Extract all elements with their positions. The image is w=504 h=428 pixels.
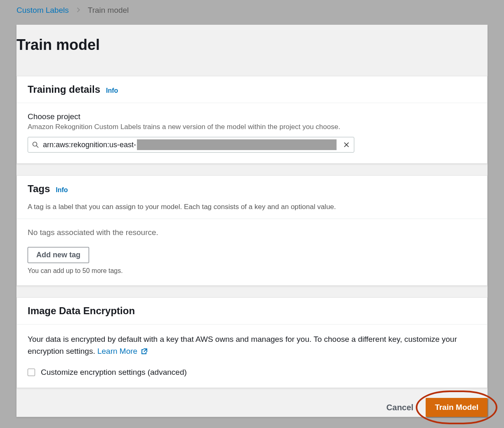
cancel-button[interactable]: Cancel [384, 399, 416, 416]
train-model-button[interactable]: Train Model [426, 398, 488, 417]
svg-line-1 [37, 146, 39, 148]
customize-encryption-row: Customize encryption settings (advanced) [28, 368, 476, 377]
search-icon [28, 141, 43, 148]
training-heading: Training details [28, 84, 100, 95]
customize-encryption-label: Customize encryption settings (advanced) [41, 368, 187, 377]
tags-heading: Tags [28, 183, 50, 195]
panel-encryption: Image Data Encryption Your data is encry… [16, 297, 488, 388]
learn-more-label: Learn More [97, 347, 137, 355]
encryption-heading: Image Data Encryption [28, 305, 135, 317]
tags-description: A tag is a label that you can assign to … [28, 203, 476, 211]
main-container: Train model Training details Info Choose… [16, 25, 488, 417]
page-root: Custom Labels Train model Train model Tr… [0, 0, 504, 428]
breadcrumb-current: Train model [88, 6, 129, 15]
panel-header-training: Training details Info [17, 76, 487, 103]
encryption-text: Your data is encrypted by default with a… [28, 334, 476, 357]
customize-encryption-checkbox[interactable] [28, 369, 35, 376]
breadcrumb-root-link[interactable]: Custom Labels [16, 6, 69, 15]
add-tag-button[interactable]: Add new tag [28, 247, 89, 263]
panel-body-tags: No tags associated with the resource. Ad… [17, 219, 487, 285]
choose-project-desc: Amazon Rekognition Custom Labels trains … [28, 123, 476, 131]
info-link-training[interactable]: Info [106, 87, 118, 94]
encryption-body-text: Your data is encrypted by default with a… [28, 335, 457, 355]
train-button-highlight: Train Model [426, 398, 488, 417]
learn-more-link[interactable]: Learn More [97, 347, 148, 355]
panel-training-details: Training details Info Choose project Ama… [16, 76, 488, 164]
external-link-icon [141, 348, 148, 355]
redacted-region [137, 139, 337, 150]
project-arn-text: arn:aws:rekognition:us-east- [43, 141, 136, 149]
tags-hint: You can add up to 50 more tags. [28, 267, 476, 275]
choose-project-label: Choose project [28, 112, 476, 121]
panel-group: Training details Info Choose project Ama… [16, 76, 488, 388]
panel-header-tags: Tags Info A tag is a label that you can … [17, 176, 487, 219]
page-title: Train model [16, 36, 488, 66]
info-link-tags[interactable]: Info [56, 186, 68, 194]
panel-body-training: Choose project Amazon Rekognition Custom… [17, 103, 487, 163]
tags-empty-text: No tags associated with the resource. [28, 228, 476, 237]
close-icon[interactable] [339, 137, 354, 152]
project-select-input[interactable]: arn:aws:rekognition:us-east- [28, 137, 354, 153]
panel-tags: Tags Info A tag is a label that you can … [16, 175, 488, 286]
chevron-right-icon [75, 6, 81, 15]
panel-body-encryption: Your data is encrypted by default with a… [17, 325, 487, 388]
panel-header-encryption: Image Data Encryption [17, 298, 487, 325]
action-bar: Cancel Train Model [16, 388, 488, 417]
svg-point-0 [33, 142, 37, 146]
breadcrumb: Custom Labels Train model [0, 0, 504, 25]
